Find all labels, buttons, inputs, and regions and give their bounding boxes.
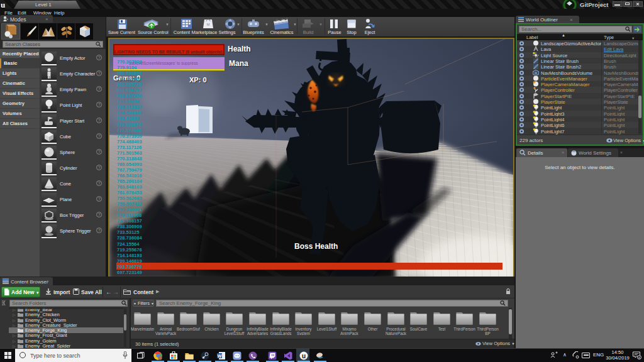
svg-text:W: W xyxy=(218,354,222,358)
svg-text:u: u xyxy=(302,353,306,359)
svg-text:M: M xyxy=(207,23,210,26)
